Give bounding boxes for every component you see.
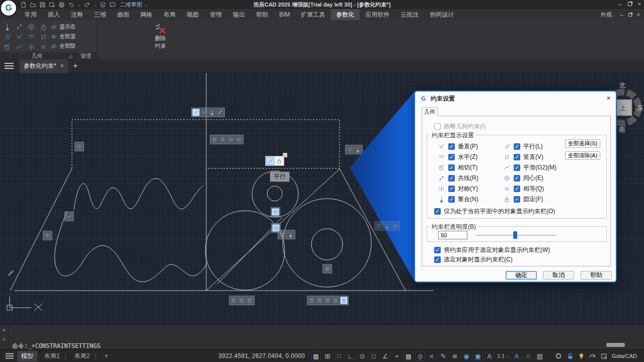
show-after-apply-checkbox[interactable]: 将约束应用于选定对象后显示约束栏(W) <box>434 246 550 254</box>
model-tab[interactable]: 模型 <box>17 351 37 361</box>
doc-restore-button[interactable] <box>628 13 632 17</box>
tab-yunpizhu[interactable]: 云批注 <box>395 9 424 20</box>
checkbox-icon[interactable] <box>514 196 520 203</box>
minimize-button[interactable]: – <box>618 1 621 7</box>
symmetric-badge-icon[interactable] <box>44 232 51 239</box>
lineweight-icon[interactable]: ≡ <box>428 352 436 360</box>
symmetric-constraint-button[interactable] <box>25 42 37 52</box>
tab-kuozhangongju[interactable]: 扩展工具 <box>295 9 331 20</box>
concentric-checkbox-row[interactable]: 同心(E) <box>503 174 543 183</box>
tab-shuchu[interactable]: 输出 <box>227 9 251 20</box>
tangent-checkbox-row[interactable]: 相切(T) <box>437 163 477 172</box>
tangent-badge-icon[interactable] <box>279 231 286 238</box>
checkbox-icon[interactable] <box>514 175 520 182</box>
print-icon[interactable] <box>58 2 65 8</box>
hatch-display-icon[interactable]: ▩ <box>405 352 413 360</box>
tangent-badge-icon[interactable] <box>316 297 324 304</box>
layer-control-icon[interactable]: ≋ <box>451 352 459 360</box>
select-all-button[interactable]: 全部选择(S) <box>565 139 600 148</box>
tab-zhushi[interactable]: 注释 <box>65 9 89 20</box>
open-file-icon[interactable] <box>30 2 36 8</box>
new-file-icon[interactable] <box>20 2 27 8</box>
symmetric-badge-icon[interactable] <box>391 222 399 230</box>
layers-icon[interactable] <box>100 2 106 8</box>
parallel-badge-icon[interactable] <box>192 109 200 116</box>
smooth-constraint-button[interactable] <box>13 42 25 52</box>
coincident-badge-icon[interactable] <box>287 231 294 238</box>
show-on-select-checkbox[interactable]: 选定对象时显示约束栏(C) <box>434 255 513 264</box>
zoom-object-icon[interactable]: ◉ <box>462 352 470 360</box>
delete-constraints-button[interactable]: 删除 约束 <box>150 20 171 52</box>
current-plane-checkbox[interactable]: 仅为处于当前平面中的对象显示约束栏(O) <box>434 207 555 216</box>
doc-minimize-button[interactable]: – <box>620 12 623 18</box>
workspace-selector[interactable]: 二维草图 ⌄ <box>120 1 180 9</box>
transparency-input[interactable] <box>438 231 467 239</box>
command-line-panel[interactable]: × ✎ 命令:_+CONSTRAINTSETTINGS 选项卡索引 <0>:0 … <box>0 324 644 349</box>
coincident-checkbox-row[interactable]: 重合(N) <box>437 195 478 204</box>
tab-xietongsheji[interactable]: 协同设计 <box>424 9 459 20</box>
dynamic-input-icon[interactable]: ✎ <box>439 352 447 360</box>
annotation-add-icon[interactable]: A <box>513 352 521 360</box>
fix-constraint-button[interactable] <box>37 22 49 32</box>
equal-constraint-button[interactable] <box>37 42 49 52</box>
colinear-constraint-button[interactable] <box>13 22 25 32</box>
checkbox-icon[interactable] <box>448 154 455 160</box>
annotation-visibility-icon[interactable]: A <box>486 352 494 360</box>
restore-button[interactable] <box>628 2 632 6</box>
undo-icon[interactable] <box>68 2 74 8</box>
checkbox-icon[interactable] <box>448 196 455 203</box>
layout1-tab[interactable]: 布局1 <box>40 351 64 361</box>
transparency-slider-handle[interactable] <box>513 231 517 239</box>
constraint-badge[interactable] <box>271 207 280 217</box>
tab-geometry[interactable]: 几何 <box>422 107 438 116</box>
tab-canshuhua[interactable]: 参数化 <box>331 9 360 20</box>
save-as-icon[interactable] <box>49 2 55 8</box>
close-button[interactable]: × <box>638 1 641 7</box>
constraint-badge[interactable] <box>74 142 84 151</box>
tangent-badge-icon[interactable] <box>238 297 246 304</box>
coincident-badge-icon[interactable] <box>354 146 362 153</box>
perpendicular-badge-icon[interactable] <box>346 146 354 153</box>
tab-shitu[interactable]: 视图 <box>181 9 204 20</box>
concentric-badge-icon[interactable] <box>272 208 279 216</box>
object-snap-icon[interactable]: + <box>393 352 401 360</box>
symmetric-checkbox-row[interactable]: 对称(Y) <box>437 185 478 193</box>
tab-wangge[interactable]: 网格 <box>135 9 158 20</box>
tangent-badge-icon[interactable] <box>230 297 237 304</box>
clear-all-button[interactable]: 全部清除(A) <box>565 151 600 160</box>
ortho-mode-icon[interactable]: ∟ <box>347 352 355 360</box>
parallel-constraint-button[interactable] <box>1 32 13 42</box>
angle-snap-icon[interactable]: ∠ <box>381 352 389 360</box>
constraint-bar[interactable] <box>191 108 225 117</box>
panel-launcher-icon[interactable]: ◿ <box>68 54 72 59</box>
tangent-badge-icon[interactable] <box>246 297 254 304</box>
perpendicular-constraint-button[interactable] <box>13 32 25 42</box>
constraint-bar[interactable] <box>278 230 295 239</box>
parallel-badge-icon[interactable] <box>266 157 274 165</box>
grid-settings-icon[interactable]: ▦ <box>312 352 320 360</box>
lock-icon[interactable] <box>275 157 283 165</box>
settings-gear-icon[interactable] <box>555 352 562 359</box>
dynamic-ucs-icon[interactable]: □ <box>370 352 378 360</box>
checkbox-icon[interactable] <box>434 123 441 130</box>
coincident-constraint-button[interactable] <box>1 22 13 32</box>
constraint-bar[interactable] <box>229 296 255 305</box>
checkbox-icon[interactable] <box>514 154 520 160</box>
polar-tracking-icon[interactable]: ⊙ <box>358 352 366 360</box>
coincident-badge-icon[interactable] <box>383 222 391 230</box>
geometry-panel-label[interactable]: 几何 ◿ <box>0 52 74 59</box>
redo-dropdown-icon[interactable]: ⌄ <box>94 3 97 7</box>
annotation-scale-selector[interactable]: 1:1⌄ <box>497 353 509 359</box>
annotation-sync-icon[interactable]: A <box>524 352 532 360</box>
tangent-badge-icon[interactable] <box>375 222 383 230</box>
doc-menu-icon[interactable] <box>5 63 14 69</box>
colinear-badge-icon[interactable] <box>216 109 224 116</box>
appearance-menu[interactable]: 外观⌄ <box>601 11 615 19</box>
command-scrollbar[interactable] <box>606 343 625 347</box>
horizontal-constraint-button[interactable] <box>25 32 37 42</box>
tangent-badge-icon[interactable] <box>324 297 332 304</box>
tab-yingyongruanjian[interactable]: 应用软件 <box>360 9 395 20</box>
dialog-title-bar[interactable]: G 约束设置 × <box>415 92 616 106</box>
checkbox-icon[interactable] <box>434 208 441 215</box>
horizontal-checkbox-row[interactable]: 水平(Z) <box>437 153 477 161</box>
